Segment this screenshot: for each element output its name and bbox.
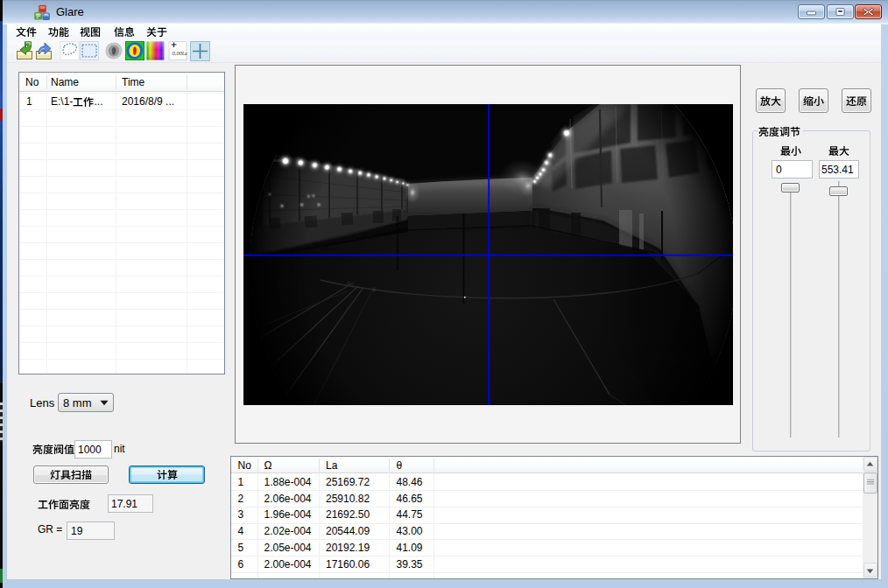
svg-text:0.00La: 0.00La: [173, 50, 187, 56]
